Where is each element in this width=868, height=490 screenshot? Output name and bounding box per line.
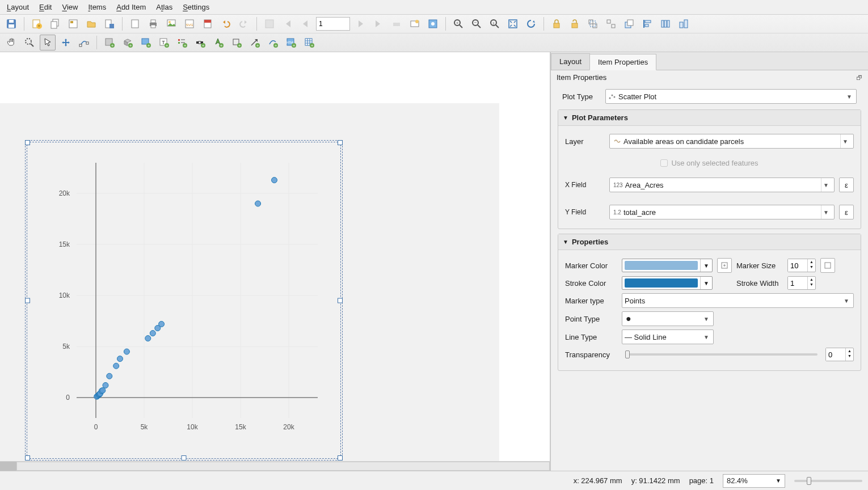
marker-size-datadef[interactable] [820, 258, 835, 273]
add-arrow-icon[interactable]: + [247, 35, 263, 50]
panel-restore-icon[interactable]: 🗗 [856, 74, 862, 81]
svg-text:+: + [184, 43, 187, 48]
svg-text:+: + [311, 43, 314, 48]
y-expression-button[interactable]: ε [839, 205, 854, 219]
add-northarrow-icon[interactable]: + [210, 35, 226, 50]
distribute-icon[interactable] [658, 16, 673, 32]
svg-point-142 [255, 201, 261, 206]
tab-layout[interactable]: Layout [551, 53, 590, 70]
plot-type-combobox[interactable]: Scatter Plot ▼ [605, 89, 857, 104]
stroke-width-spin[interactable]: ▲▼ [787, 276, 816, 290]
undo-icon[interactable] [218, 16, 234, 32]
print-icon[interactable] [145, 16, 161, 32]
menu-settings[interactable]: Settings [178, 1, 214, 13]
menu-view[interactable]: View [57, 1, 82, 13]
refresh-icon[interactable] [523, 16, 539, 32]
svg-point-132 [100, 387, 106, 393]
svg-point-17 [168, 21, 171, 23]
marker-color-datadef[interactable] [717, 258, 732, 273]
svg-point-133 [103, 382, 108, 388]
pan-tool-icon[interactable] [3, 35, 19, 50]
y-field-combobox[interactable]: 1.2 total_acre ▼ [609, 205, 835, 219]
svg-rect-51 [664, 20, 667, 27]
svg-rect-72 [178, 42, 180, 44]
raise-icon[interactable] [621, 16, 637, 32]
select-tool-icon[interactable] [40, 35, 56, 50]
duplicate-layout-icon[interactable] [47, 16, 63, 32]
add-map-icon[interactable]: + [102, 35, 117, 50]
group-icon[interactable] [585, 16, 601, 32]
properties-header[interactable]: ▼Properties [558, 234, 861, 250]
menu-items[interactable]: Items [83, 1, 111, 13]
save-template-icon[interactable] [102, 16, 117, 32]
svg-rect-22 [266, 20, 273, 28]
line-type-combobox[interactable]: — Solid Line▼ [622, 330, 714, 344]
zoom-in-icon[interactable]: + [450, 16, 466, 32]
resize-icon[interactable] [676, 16, 692, 32]
atlas-preview-icon [262, 16, 277, 32]
tab-item-properties[interactable]: Item Properties [589, 54, 656, 70]
layer-combobox[interactable]: Available areas on candidate parcels ▼ [609, 134, 854, 149]
x-expression-button[interactable]: ε [839, 178, 854, 192]
svg-text:+: + [166, 43, 168, 48]
zoom-combobox[interactable]: 82.4%▼ [723, 474, 785, 488]
export-svg-icon[interactable]: SVG [182, 16, 197, 32]
horizontal-scrollbar[interactable] [0, 461, 550, 471]
layout-manager-icon[interactable] [65, 16, 81, 32]
add-shape-icon[interactable]: + [229, 35, 245, 50]
marker-type-combobox[interactable]: Points▼ [622, 293, 854, 308]
lock-items-icon[interactable] [549, 16, 564, 32]
open-icon[interactable] [83, 16, 99, 32]
add-3dmap-icon[interactable]: + [120, 35, 136, 50]
move-content-icon[interactable] [58, 35, 74, 50]
plot-parameters-header[interactable]: ▼Plot Parameters [558, 110, 861, 126]
add-legend-icon[interactable]: + [174, 35, 190, 50]
atlas-settings-icon[interactable] [425, 16, 441, 32]
add-nodeitem-icon[interactable]: + [265, 35, 281, 50]
menu-add-item[interactable]: Add Item [112, 1, 150, 13]
zoom-out-icon[interactable]: − [469, 16, 484, 32]
export-image-icon[interactable] [163, 16, 179, 32]
transparency-slider[interactable] [622, 353, 821, 356]
add-label-icon[interactable]: T+ [156, 35, 172, 50]
add-table-icon[interactable]: + [301, 35, 317, 50]
edit-nodes-icon[interactable] [76, 35, 92, 50]
zoom-fit-icon[interactable] [505, 16, 521, 32]
zoom-actual-icon[interactable]: 1 [487, 16, 503, 32]
add-html-icon[interactable]: HTML+ [283, 35, 299, 50]
svg-rect-9 [70, 21, 73, 23]
save-icon[interactable] [3, 16, 19, 32]
zoom-slider[interactable] [794, 480, 862, 482]
marker-size-label: Marker Size [736, 261, 783, 270]
marker-size-spin[interactable]: ▲▼ [787, 259, 816, 272]
export-pdf-icon[interactable] [200, 16, 216, 32]
transparency-spin[interactable]: ▲▼ [825, 348, 854, 361]
page-setup-icon[interactable] [127, 16, 143, 32]
add-scalebar-icon[interactable]: + [192, 35, 208, 50]
marker-color-button[interactable]: ▼ [622, 259, 713, 272]
atlas-export-image-icon[interactable] [407, 16, 423, 32]
canvas[interactable]: 05k10k15k20k05k10k15k20k [0, 52, 550, 461]
menu-atlas[interactable]: Atlas [151, 1, 177, 13]
ungroup-icon[interactable] [603, 16, 619, 32]
x-field-combobox[interactable]: 123 Area_Acres ▼ [609, 178, 835, 192]
svg-point-55 [26, 39, 31, 44]
new-layout-icon[interactable]: + [29, 16, 45, 32]
add-picture-icon[interactable]: + [138, 35, 154, 50]
unlock-items-icon[interactable] [567, 16, 583, 32]
svg-rect-58 [86, 42, 89, 44]
stroke-color-button[interactable]: ▼ [622, 276, 713, 290]
atlas-page-input[interactable] [316, 17, 350, 31]
menu-layout[interactable]: Layout [2, 1, 33, 13]
align-left-icon[interactable] [639, 16, 655, 32]
svg-text:+: + [275, 43, 277, 48]
panel-header: Item Properties [557, 73, 606, 82]
svg-point-134 [107, 373, 112, 379]
properties-group: ▼Properties Marker Color ▼ Marker Size ▲… [558, 234, 861, 371]
zoom-tool-icon[interactable] [22, 35, 37, 50]
svg-rect-54 [684, 20, 688, 28]
layer-label: Layer [565, 137, 605, 146]
menu-edit[interactable]: Edit [35, 1, 56, 13]
point-type-combobox[interactable]: ●▼ [622, 311, 714, 326]
first-feature-icon [280, 16, 296, 32]
